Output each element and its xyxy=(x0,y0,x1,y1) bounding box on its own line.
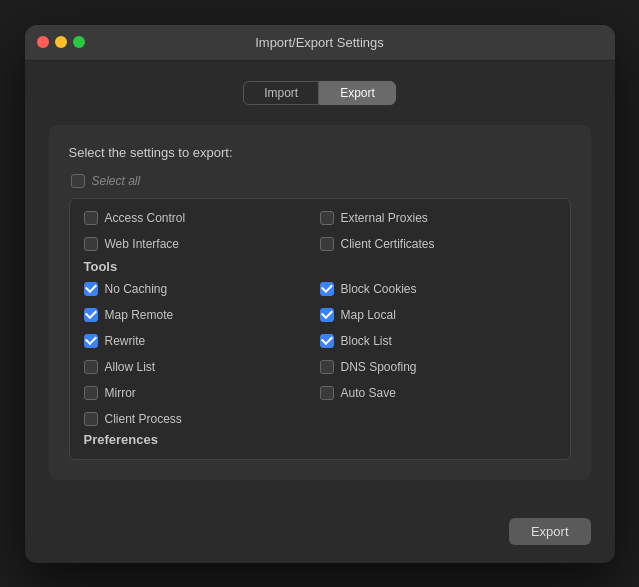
dns-spoofing-checkbox[interactable] xyxy=(320,360,334,374)
list-item: Mirror xyxy=(84,386,320,400)
block-list-checkbox[interactable] xyxy=(320,334,334,348)
settings-panel: Select the settings to export: Select al… xyxy=(49,125,591,480)
web-interface-label: Web Interface xyxy=(105,237,179,251)
list-item: External Proxies xyxy=(320,211,556,225)
list-item: Client Certificates xyxy=(320,237,556,251)
top-section: Access Control Web Interface External Pr… xyxy=(84,211,556,251)
block-list-label: Block List xyxy=(341,334,392,348)
external-proxies-checkbox[interactable] xyxy=(320,211,334,225)
map-remote-checkbox[interactable] xyxy=(84,308,98,322)
auto-save-checkbox[interactable] xyxy=(320,386,334,400)
preferences-section-header: Preferences xyxy=(84,432,556,447)
block-cookies-checkbox[interactable] xyxy=(320,282,334,296)
tools-section: No Caching Map Remote Rewrite Allow xyxy=(84,282,556,426)
close-button[interactable] xyxy=(37,36,49,48)
list-item: Client Process xyxy=(84,412,320,426)
web-interface-checkbox[interactable] xyxy=(84,237,98,251)
no-caching-checkbox[interactable] xyxy=(84,282,98,296)
maximize-button[interactable] xyxy=(73,36,85,48)
mirror-checkbox[interactable] xyxy=(84,386,98,400)
top-right-col: External Proxies Client Certificates xyxy=(320,211,556,251)
tab-import[interactable]: Import xyxy=(243,81,319,105)
auto-save-label: Auto Save xyxy=(341,386,396,400)
no-caching-label: No Caching xyxy=(105,282,168,296)
panel-prompt: Select the settings to export: xyxy=(69,145,571,160)
map-local-checkbox[interactable] xyxy=(320,308,334,322)
content-area: Import Export Select the settings to exp… xyxy=(25,61,615,504)
list-item: Web Interface xyxy=(84,237,320,251)
client-certificates-label: Client Certificates xyxy=(341,237,435,251)
rewrite-checkbox[interactable] xyxy=(84,334,98,348)
titlebar: Import/Export Settings xyxy=(25,25,615,61)
main-window: Import/Export Settings Import Export Sel… xyxy=(25,25,615,563)
list-item: Rewrite xyxy=(84,334,320,348)
tools-right-col: Block Cookies Map Local Block List xyxy=(320,282,556,426)
map-local-label: Map Local xyxy=(341,308,396,322)
footer: Export xyxy=(25,504,615,563)
access-control-checkbox[interactable] xyxy=(84,211,98,225)
list-item: Block Cookies xyxy=(320,282,556,296)
list-item: Map Local xyxy=(320,308,556,322)
map-remote-label: Map Remote xyxy=(105,308,174,322)
list-item: Auto Save xyxy=(320,386,556,400)
list-item: Access Control xyxy=(84,211,320,225)
list-item: DNS Spoofing xyxy=(320,360,556,374)
tab-bar: Import Export xyxy=(49,81,591,105)
external-proxies-label: External Proxies xyxy=(341,211,428,225)
rewrite-label: Rewrite xyxy=(105,334,146,348)
client-process-checkbox[interactable] xyxy=(84,412,98,426)
select-all-row: Select all xyxy=(69,174,571,188)
dns-spoofing-label: DNS Spoofing xyxy=(341,360,417,374)
list-item: Allow List xyxy=(84,360,320,374)
list-item: Block List xyxy=(320,334,556,348)
allow-list-checkbox[interactable] xyxy=(84,360,98,374)
tools-section-header: Tools xyxy=(84,259,556,274)
list-item: Map Remote xyxy=(84,308,320,322)
list-item: No Caching xyxy=(84,282,320,296)
client-certificates-checkbox[interactable] xyxy=(320,237,334,251)
top-left-col: Access Control Web Interface xyxy=(84,211,320,251)
minimize-button[interactable] xyxy=(55,36,67,48)
mirror-label: Mirror xyxy=(105,386,136,400)
allow-list-label: Allow List xyxy=(105,360,156,374)
access-control-label: Access Control xyxy=(105,211,186,225)
tab-export[interactable]: Export xyxy=(319,81,396,105)
tools-left-col: No Caching Map Remote Rewrite Allow xyxy=(84,282,320,426)
export-button[interactable]: Export xyxy=(509,518,591,545)
select-all-checkbox[interactable] xyxy=(71,174,85,188)
window-title: Import/Export Settings xyxy=(255,35,384,50)
block-cookies-label: Block Cookies xyxy=(341,282,417,296)
client-process-label: Client Process xyxy=(105,412,182,426)
checkbox-grid: Access Control Web Interface External Pr… xyxy=(69,198,571,460)
traffic-lights xyxy=(37,36,85,48)
select-all-label: Select all xyxy=(92,174,141,188)
